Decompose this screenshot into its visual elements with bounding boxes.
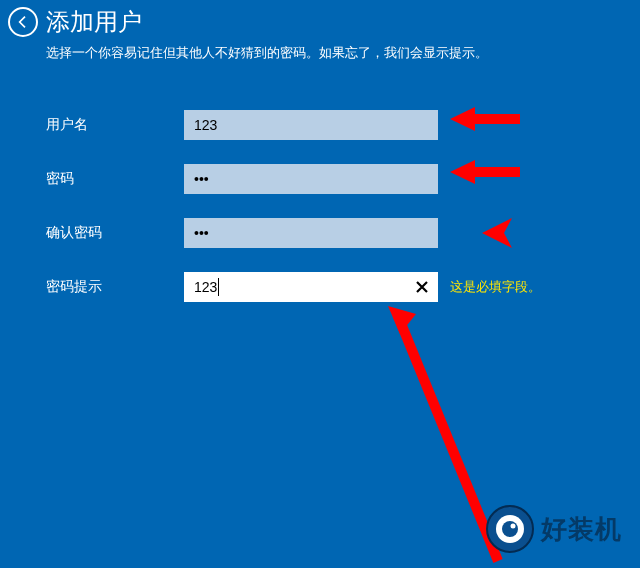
logo-text: 好装机 [541,512,622,547]
text-caret [218,278,219,296]
password-label: 密码 [46,170,184,188]
clear-button[interactable] [412,277,432,297]
arrow-left-icon [15,14,31,30]
svg-point-7 [502,521,518,537]
confirm-password-label: 确认密码 [46,224,184,242]
password-input[interactable] [184,164,438,194]
svg-marker-4 [388,306,416,334]
required-field-message: 这是必填字段。 [450,278,541,296]
username-input[interactable] [184,110,438,140]
password-hint-label: 密码提示 [46,278,184,296]
confirm-password-input[interactable] [184,218,438,248]
username-label: 用户名 [46,116,184,134]
logo-icon [485,504,535,554]
add-user-form: 用户名 密码 确认密码 密码提示 这是必填字段。 [46,110,640,302]
back-button[interactable] [8,7,38,37]
svg-point-8 [511,524,516,529]
close-icon [415,280,429,294]
page-title: 添加用户 [46,6,142,38]
page-subtitle: 选择一个你容易记住但其他人不好猜到的密码。如果忘了，我们会显示提示。 [46,44,640,62]
brand-logo: 好装机 [485,504,622,554]
password-hint-input[interactable] [184,272,438,302]
svg-line-3 [398,316,498,561]
